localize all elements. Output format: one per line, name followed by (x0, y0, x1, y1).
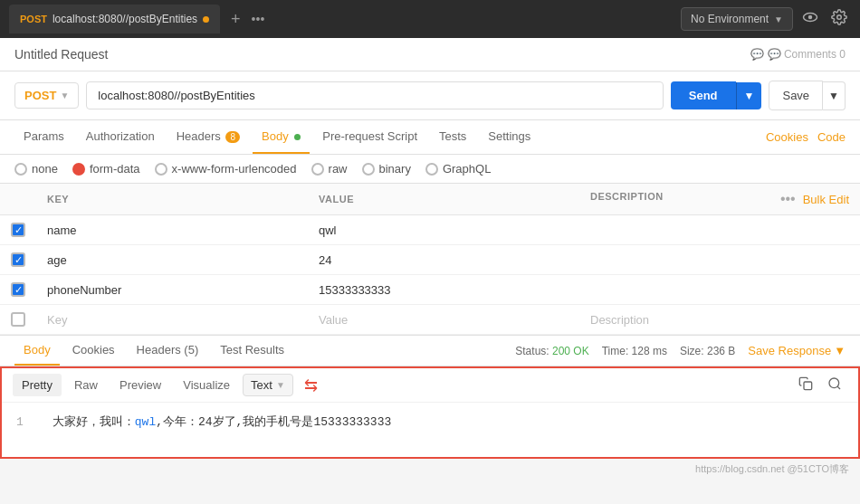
table-row: nameqwl (0, 215, 860, 245)
tab-settings[interactable]: Settings (479, 120, 540, 154)
request-tab[interactable]: POST localhost:8080//postByEntities (9, 5, 220, 33)
resp-tab-preview[interactable]: Preview (110, 374, 170, 396)
search-response-button[interactable] (822, 375, 847, 396)
bulk-edit-button[interactable]: Bulk Edit (803, 193, 849, 206)
time-info: Time: 128 ms (602, 345, 667, 357)
headers-badge: 8 (225, 131, 240, 143)
col-description: DESCRIPTION ••• Bulk Edit (579, 184, 860, 215)
col-check (0, 184, 36, 215)
row-checkbox[interactable] (11, 252, 25, 267)
save-response-button[interactable]: Save Response ▼ (748, 344, 846, 357)
send-dropdown-button[interactable]: ▼ (736, 82, 762, 109)
cookies-link[interactable]: Cookies (766, 130, 808, 144)
status-label: Status: 200 OK (515, 345, 588, 357)
radio-binary[interactable]: binary (362, 162, 411, 176)
tab-method-badge: POST (20, 14, 47, 24)
row-checkbox[interactable] (11, 312, 25, 327)
tabs-right: Cookies Code (766, 130, 846, 144)
bottom-tab-cookies[interactable]: Cookies (63, 336, 124, 366)
radio-none[interactable]: none (14, 162, 58, 176)
resp-tab-raw[interactable]: Raw (65, 374, 107, 396)
row-description[interactable]: Description (579, 305, 860, 335)
row-value[interactable]: 15333333333 (308, 275, 579, 305)
radio-graphql[interactable]: GraphQL (425, 162, 491, 176)
svg-line-5 (837, 386, 840, 389)
top-bar: POST localhost:8080//postByEntities + ••… (0, 0, 860, 38)
env-selector: No Environment ▼ (681, 5, 851, 33)
settings-icon-button[interactable] (827, 5, 851, 33)
table-more-button[interactable]: ••• (780, 191, 796, 207)
row-check-cell (0, 275, 36, 305)
svg-point-4 (829, 378, 839, 388)
bottom-tab-body[interactable]: Body (14, 336, 60, 366)
env-chevron: ▼ (774, 14, 783, 24)
tab-authorization[interactable]: Authorization (77, 120, 164, 154)
method-label: POST (24, 89, 56, 102)
response-tabs-row: Pretty Raw Preview Visualize Text ▼ ⇆ (2, 368, 858, 403)
row-value[interactable]: qwl (308, 215, 579, 245)
env-dropdown[interactable]: No Environment ▼ (681, 7, 793, 31)
radio-label-graphql: GraphQL (443, 162, 491, 176)
tab-params[interactable]: Params (14, 120, 73, 154)
radio-raw[interactable]: raw (311, 162, 348, 176)
row-value[interactable]: 24 (308, 245, 579, 275)
row-checkbox[interactable] (11, 223, 25, 237)
row-description[interactable] (579, 245, 860, 275)
tab-body[interactable]: Body (253, 120, 310, 154)
radio-form-data[interactable]: form-data (72, 162, 140, 176)
copy-response-button[interactable] (793, 375, 818, 396)
add-tab-button[interactable]: + (227, 10, 244, 29)
bottom-tab-test-results[interactable]: Test Results (211, 336, 293, 366)
radio-dot-form-data (72, 163, 85, 176)
row-key[interactable]: Key (36, 305, 308, 335)
bottom-tab-headers[interactable]: Headers (5) (128, 336, 208, 366)
eye-icon-button[interactable] (798, 5, 822, 33)
col-key: KEY (36, 184, 308, 215)
row-description[interactable] (579, 275, 860, 305)
radio-label-form-data: form-data (90, 162, 140, 176)
save-button[interactable]: Save (769, 81, 823, 110)
method-select[interactable]: POST ▼ (14, 82, 79, 109)
code-link[interactable]: Code (817, 130, 846, 144)
body-type-row: none form-data x-www-form-urlencoded raw… (0, 155, 860, 184)
table-row: KeyValueDescription (0, 305, 860, 335)
response-content: 1 大家好，我叫：qwl,今年：24岁了,我的手机号是15333333333 (2, 403, 858, 457)
tab-url: localhost:8080//postByEntities (53, 13, 197, 25)
row-check-cell (0, 305, 36, 335)
row-check-cell (0, 215, 36, 245)
response-text-after: ,今年：24岁了,我的手机号是15333333333 (156, 415, 391, 429)
wrap-icon[interactable]: ⇆ (304, 376, 318, 395)
comments-button[interactable]: 💬 💬 Comments 0 (750, 48, 846, 61)
more-tabs-button[interactable]: ••• (252, 12, 265, 26)
table-row: age24 (0, 245, 860, 275)
send-button[interactable]: Send (671, 81, 736, 109)
method-chevron: ▼ (60, 90, 69, 100)
time-value: 128 ms (632, 345, 667, 357)
url-bar: POST ▼ Send ▼ Save ▼ (0, 71, 860, 120)
row-key[interactable]: name (36, 215, 308, 245)
row-check-cell (0, 245, 36, 275)
url-input[interactable] (86, 81, 663, 109)
row-key[interactable]: phoneNumber (36, 275, 308, 305)
radio-urlencoded[interactable]: x-www-form-urlencoded (155, 162, 297, 176)
row-key[interactable]: age (36, 245, 308, 275)
response-highlight: qwl (135, 415, 156, 429)
params-table: KEY VALUE DESCRIPTION ••• Bulk Edit name… (0, 184, 860, 335)
watermark: https://blog.csdn.net @51CTO博客 (0, 459, 860, 480)
tab-pre-request[interactable]: Pre-request Script (313, 120, 426, 154)
radio-dot-none (14, 163, 27, 176)
row-checkbox[interactable] (11, 282, 25, 297)
response-panel: Pretty Raw Preview Visualize Text ▼ ⇆ 1 … (0, 366, 860, 459)
status-info: Status: 200 OK Time: 128 ms Size: 236 B … (515, 344, 846, 357)
row-value[interactable]: Value (308, 305, 579, 335)
row-description[interactable] (579, 215, 860, 245)
resp-tab-visualize[interactable]: Visualize (174, 374, 239, 396)
radio-dot-urlencoded (155, 163, 167, 176)
save-dropdown-button[interactable]: ▼ (823, 81, 846, 110)
table-row: phoneNumber15333333333 (0, 275, 860, 305)
tab-tests[interactable]: Tests (430, 120, 475, 154)
format-select[interactable]: Text ▼ (243, 374, 293, 396)
tab-headers[interactable]: Headers 8 (167, 120, 249, 154)
radio-dot-raw (311, 163, 324, 176)
resp-tab-pretty[interactable]: Pretty (13, 374, 62, 396)
